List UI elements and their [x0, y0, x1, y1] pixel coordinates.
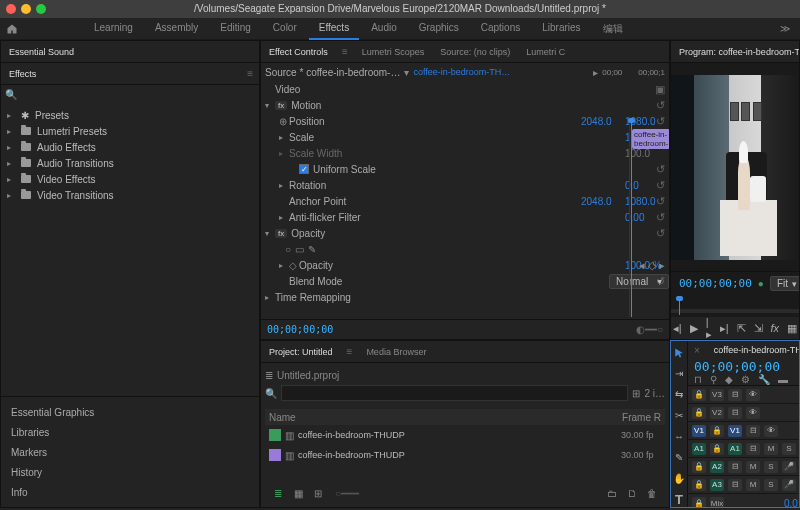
toggle-output-icon[interactable]: ⊟ — [728, 389, 742, 401]
step-back-icon[interactable]: ◂| — [673, 322, 682, 335]
link-libraries[interactable]: Libraries — [7, 423, 253, 441]
ec-timeremap[interactable]: Time Remapping — [275, 292, 669, 303]
ec-playhead[interactable] — [631, 121, 632, 317]
ripple-tool-icon[interactable]: ⇆ — [671, 387, 687, 402]
go-out-icon[interactable]: ▸| — [720, 322, 729, 335]
export-frame-icon[interactable]: ▦ — [787, 322, 797, 335]
track-a2[interactable]: A2 — [710, 461, 724, 473]
mask-ellipse-icon[interactable]: ○ — [285, 244, 291, 255]
tab-source[interactable]: Source: (no clips) — [432, 43, 518, 61]
link-info[interactable]: Info — [7, 483, 253, 501]
link-markers[interactable]: Markers — [7, 443, 253, 461]
es-presets[interactable]: ▸✱Presets — [7, 107, 253, 123]
timeline-timecode[interactable]: 00;00;00;00 — [694, 359, 780, 374]
ws-effects[interactable]: Effects — [309, 18, 359, 40]
track-v3[interactable]: V3 — [710, 389, 724, 401]
eye-icon[interactable]: 👁 — [764, 425, 778, 437]
slip-tool-icon[interactable]: ↔ — [671, 429, 687, 444]
mute-button[interactable]: M — [746, 479, 760, 491]
effects-search-input[interactable] — [21, 89, 255, 100]
track-select-tool-icon[interactable]: ⇥ — [671, 366, 687, 381]
zoom-slider[interactable]: ○━━━ — [335, 488, 359, 499]
ec-antiflicker[interactable]: Anti-flicker Filter — [289, 212, 625, 223]
reset-icon[interactable]: ↺ — [656, 99, 665, 112]
settings-icon[interactable]: ⚙ — [741, 374, 750, 385]
solo-button[interactable]: S — [764, 461, 778, 473]
step-fwd-icon[interactable]: |▸ — [706, 316, 712, 341]
ec-clip-link[interactable]: coffee-in-bedroom-TH… — [413, 67, 510, 77]
ec-anchor[interactable]: Anchor Point — [289, 196, 581, 207]
link-history[interactable]: History — [7, 463, 253, 481]
track-mix[interactable]: Mix — [710, 497, 724, 507]
toggle-output-icon[interactable]: ⊟ — [728, 461, 742, 473]
filter-icon[interactable]: ⊞ — [632, 388, 640, 399]
play-icon[interactable]: ▶ — [690, 322, 698, 335]
icon-view-icon[interactable]: ▦ — [291, 486, 305, 500]
ws-graphics[interactable]: Graphics — [409, 18, 469, 40]
toggle-output-icon[interactable]: ⊟ — [728, 407, 742, 419]
voiceover-icon[interactable]: 🎤 — [782, 461, 796, 473]
pen-tool-icon[interactable]: ✎ — [671, 450, 687, 465]
ec-scale[interactable]: Scale — [289, 132, 625, 143]
track-lock-icon[interactable]: 🔒 — [692, 407, 706, 419]
program-tc-left[interactable]: 00;00;00;00 — [679, 277, 752, 290]
caption-icon[interactable]: ▬ — [778, 374, 788, 385]
col-framerate[interactable]: Frame R — [622, 412, 661, 423]
fx-icon[interactable]: fx — [771, 322, 780, 334]
lift-icon[interactable]: ⇱ — [737, 322, 746, 335]
new-bin-icon[interactable]: 🗀 — [605, 486, 619, 500]
trash-icon[interactable]: 🗑 — [645, 486, 659, 500]
program-scrubber[interactable] — [671, 295, 799, 317]
track-lock-icon[interactable]: 🔒 — [710, 425, 724, 437]
traffic-minimize[interactable] — [21, 4, 31, 14]
zoom-fit-dropdown[interactable]: Fit ▾ — [770, 276, 800, 291]
marker-icon[interactable]: ◆ — [725, 374, 733, 385]
mask-rect-icon[interactable]: ▭ — [295, 244, 304, 255]
home-icon[interactable] — [0, 23, 24, 35]
panel-menu-icon[interactable]: ≡ — [336, 46, 354, 57]
ec-timecode[interactable]: 00;00;00;00 — [267, 324, 333, 335]
tab-lumetri-scopes[interactable]: Lumetri Scopes — [354, 43, 433, 61]
traffic-zoom[interactable] — [36, 4, 46, 14]
ec-mini-clip[interactable]: coffee-in-bedroom- — [632, 129, 670, 149]
track-lock-icon[interactable]: 🔒 — [692, 497, 706, 507]
es-audio-effects[interactable]: ▸Audio Effects — [7, 139, 253, 155]
tab-project[interactable]: Project: Untitled — [261, 343, 341, 361]
project-search-input[interactable] — [281, 385, 628, 401]
ec-motion[interactable]: Motion — [291, 100, 669, 111]
project-item[interactable]: ▥coffee-in-bedroom-THUDP30.00 fp — [265, 425, 665, 445]
toggle-output-icon[interactable]: ⊟ — [746, 443, 760, 455]
wrench-icon[interactable]: 🔧 — [758, 374, 770, 385]
track-a3[interactable]: A3 — [710, 479, 724, 491]
ec-position[interactable]: Position — [289, 116, 581, 127]
ws-edit-cn[interactable]: 编辑 — [593, 18, 633, 40]
ws-editing[interactable]: Editing — [210, 18, 261, 40]
clip-icon[interactable]: ▣ — [655, 83, 665, 96]
solo-button[interactable]: S — [782, 443, 796, 455]
ws-captions[interactable]: Captions — [471, 18, 530, 40]
ec-zoom-handle[interactable]: ◐━━○ — [636, 324, 663, 335]
ec-opacity[interactable]: Opacity — [291, 228, 669, 239]
program-playhead[interactable] — [679, 299, 680, 315]
ec-opacity-prop[interactable]: Opacity — [299, 260, 625, 271]
es-lumetri-presets[interactable]: ▸Lumetri Presets — [7, 123, 253, 139]
razor-tool-icon[interactable]: ✂ — [671, 408, 687, 423]
tab-effects[interactable]: Effects — [1, 65, 44, 83]
type-tool-icon[interactable]: T — [671, 492, 687, 507]
ws-libraries[interactable]: Libraries — [532, 18, 590, 40]
tab-effect-controls[interactable]: Effect Controls — [261, 43, 336, 61]
es-video-transitions[interactable]: ▸Video Transitions — [7, 187, 253, 203]
tab-program[interactable]: Program: coffee-in-bedroom-THUDPWX — [671, 43, 800, 61]
panel-menu-icon[interactable]: ≡ — [341, 346, 359, 357]
source-patch-a1[interactable]: A1 — [692, 443, 706, 455]
ec-anchor-x[interactable]: 2048.0 — [581, 196, 625, 207]
list-view-icon[interactable]: ≣ — [271, 486, 285, 500]
ws-color[interactable]: Color — [263, 18, 307, 40]
source-patch-v1[interactable]: V1 — [692, 425, 706, 437]
toggle-output-icon[interactable]: ⊟ — [728, 479, 742, 491]
col-name[interactable]: Name — [269, 412, 622, 423]
workspace-overflow-icon[interactable]: ≫ — [770, 23, 800, 34]
close-seq-icon[interactable]: × — [694, 345, 700, 356]
track-lock-icon[interactable]: 🔒 — [692, 389, 706, 401]
track-lock-icon[interactable]: 🔒 — [692, 461, 706, 473]
